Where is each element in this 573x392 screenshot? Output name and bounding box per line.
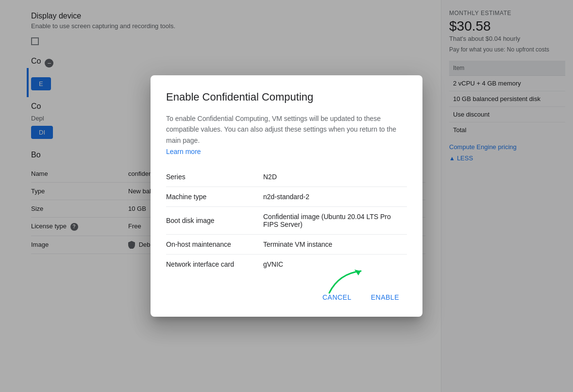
modal-table-row-nic: Network interface card gVNIC (166, 255, 407, 274)
modal-field-label-maintenance: On-host maintenance (166, 235, 263, 255)
modal-field-label-boot-disk: Boot disk image (166, 207, 263, 235)
modal-overlay: Enable Confidential Computing To enable … (0, 0, 573, 392)
enable-button[interactable]: ENABLE (363, 290, 407, 305)
modal-table-row-maintenance: On-host maintenance Terminate VM instanc… (166, 235, 407, 255)
modal-field-label-machine-type: Machine type (166, 187, 263, 207)
modal-table-row-machine-type: Machine type n2d-standard-2 (166, 187, 407, 207)
modal-description: To enable Confidential Computing, VM set… (166, 113, 407, 146)
modal-table-row-series: Series N2D (166, 167, 407, 187)
modal-dialog: Enable Confidential Computing To enable … (151, 75, 422, 317)
modal-field-label-series: Series (166, 167, 263, 187)
modal-table-row-boot-disk: Boot disk image Confidential image (Ubun… (166, 207, 407, 235)
cancel-button[interactable]: CANCEL (315, 290, 359, 305)
modal-field-value-boot-disk: Confidential image (Ubuntu 20.04 LTS Pro… (263, 207, 407, 235)
modal-title: Enable Confidential Computing (166, 91, 407, 103)
modal-field-label-nic: Network interface card (166, 255, 263, 274)
modal-field-value-series: N2D (263, 167, 407, 187)
modal-field-value-nic: gVNIC (263, 255, 407, 274)
modal-settings-table: Series N2D Machine type n2d-standard-2 B… (166, 167, 407, 274)
modal-actions: CANCEL ENABLE (166, 290, 407, 305)
learn-more-link[interactable]: Learn more (166, 148, 201, 155)
modal-field-value-maintenance: Terminate VM instance (263, 235, 407, 255)
modal-field-value-machine-type: n2d-standard-2 (263, 187, 407, 207)
